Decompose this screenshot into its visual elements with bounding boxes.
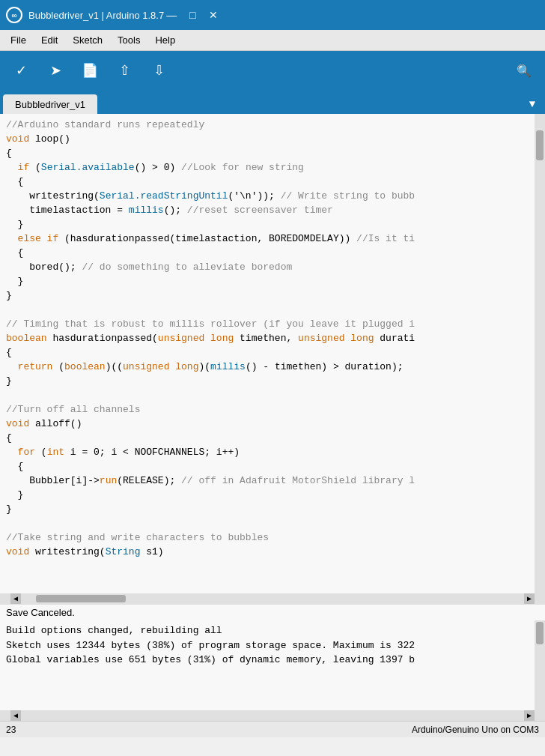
scrollbar-thumb-horizontal[interactable] [36,595,126,602]
code-line: { [6,175,529,190]
code-line: timelastaction = millis(); //reset scree… [6,204,529,218]
code-line: return (boolean)((unsigned long)(millis(… [6,360,529,375]
upload-button[interactable]: ➤ [40,55,70,85]
code-editor: //Arduino standard runs repeatedlyvoid l… [0,114,545,593]
open-button[interactable]: ⇧ [109,55,139,85]
code-line [6,517,529,531]
save-status-bar: Save Canceled. [0,604,545,620]
menu-file[interactable]: File [3,33,34,47]
code-line: bored(); // do something to alleviate bo… [6,261,529,275]
console-horizontal-scrollbar[interactable]: ◀ ▶ [0,710,545,721]
search-button[interactable]: 🔍 [509,55,539,85]
code-line: } [6,218,529,232]
code-content[interactable]: //Arduino standard runs repeatedlyvoid l… [0,114,535,593]
code-line: //Arduino standard runs repeatedly [6,118,529,133]
console-vertical-scrollbar[interactable] [535,620,545,710]
tab-label: Bubbledriver_v1 [15,99,85,110]
code-line: } [6,375,529,389]
board-info: Arduino/Genuino Uno on COM3 [412,725,539,735]
menu-tools[interactable]: Tools [110,33,147,47]
console-line: Global variables use 651 bytes (31%) of … [6,653,529,668]
scroll-right-arrow[interactable]: ▶ [524,593,535,604]
menu-edit[interactable]: Edit [34,33,65,47]
code-line: void loop() [6,133,529,147]
console-scroll-left[interactable]: ◀ [10,710,21,721]
code-line: } [6,503,529,517]
code-line: } [6,275,529,289]
app-logo: ∞ [6,7,22,23]
console-line: Build options changed, rebuilding all [6,623,529,638]
scroll-left-arrow[interactable]: ◀ [10,593,21,604]
code-line: { [6,147,529,161]
statusbar: 23 Arduino/Genuino Uno on COM3 [0,721,545,737]
save-status-text: Save Canceled. [6,607,75,618]
horizontal-scrollbar[interactable]: ◀ ▶ [0,593,545,604]
titlebar: ∞ Bubbledriver_v1 | Arduino 1.8.7 — □ ✕ [0,0,545,30]
code-line: void alloff() [6,417,529,432]
tab-dropdown-arrow[interactable]: ▼ [523,94,542,114]
minimize-button[interactable]: — [164,7,179,22]
code-line: { [6,432,529,446]
verify-button[interactable]: ✓ [6,55,36,85]
code-line: } [6,289,529,303]
tab-bubbledriver[interactable]: Bubbledriver_v1 [3,94,97,114]
maximize-button[interactable]: □ [185,7,200,22]
menu-help[interactable]: Help [147,33,183,47]
close-button[interactable]: ✕ [206,7,221,22]
code-line: //Take string and write characters to bu… [6,531,529,545]
toolbar: ✓ ➤ 📄 ⇧ ⇩ 🔍 [0,51,545,90]
code-line: writestring(Serial.readStringUntil('\n')… [6,190,529,204]
code-line: if (Serial.available() > 0) //Look for n… [6,161,529,175]
code-line: void writestring(String s1) [6,545,529,560]
code-line: else if (hasdurationpassed(timelastactio… [6,232,529,247]
code-line: { [6,247,529,261]
scroll-track-horizontal[interactable] [21,595,524,602]
console-scroll-right[interactable]: ▶ [524,710,535,721]
new-button[interactable]: 📄 [75,55,105,85]
console-line: Sketch uses 12344 bytes (38%) of program… [6,638,529,653]
code-line: } [6,489,529,503]
code-line: boolean hasdurationpassed(unsigned long … [6,332,529,346]
window-controls: — □ ✕ [164,7,221,22]
code-line: { [6,460,529,474]
line-number: 23 [6,725,16,735]
console-output: Build options changed, rebuilding allSke… [0,620,535,710]
code-line: //Turn off all channels [6,403,529,417]
vertical-scrollbar[interactable] [535,114,545,593]
save-button[interactable]: ⇩ [144,55,174,85]
code-line: // Timing that is robust to millis rollo… [6,318,529,332]
menubar: File Edit Sketch Tools Help [0,30,545,51]
code-line: for (int i = 0; i < NOOFCHANNELS; i++) [6,446,529,460]
console-scroll-track[interactable] [21,712,524,719]
scrollbar-thumb-vertical[interactable] [536,130,544,160]
tabs-bar: Bubbledriver_v1 ▼ [0,90,545,114]
code-line [6,303,529,318]
console-area: Build options changed, rebuilding allSke… [0,620,545,710]
code-line: { [6,346,529,360]
window-title: Bubbledriver_v1 | Arduino 1.8.7 [28,10,164,21]
code-line: Bubbler[i]->run(RELEASE); // off in Adaf… [6,474,529,489]
menu-sketch[interactable]: Sketch [65,33,110,47]
code-line [6,389,529,403]
